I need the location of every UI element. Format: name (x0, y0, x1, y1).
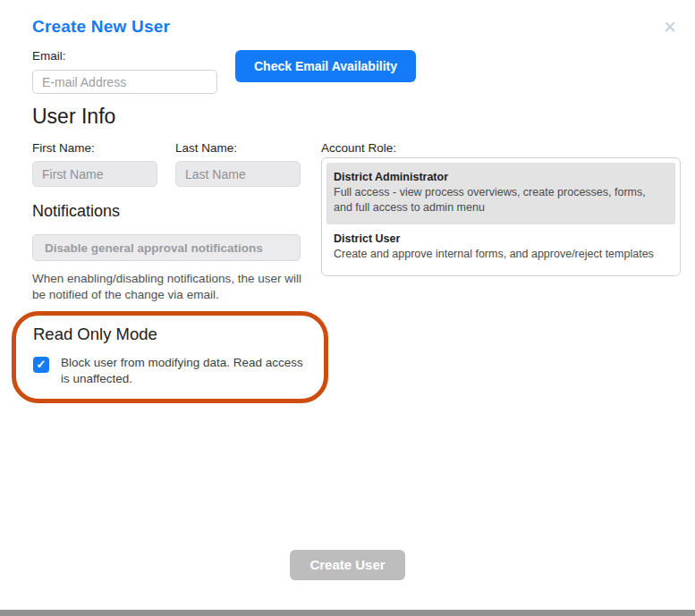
close-icon[interactable]: ✕ (659, 17, 681, 38)
first-name-label: First Name: (32, 141, 157, 155)
read-only-checkbox-label: Block user from modifying data. Read acc… (61, 355, 308, 387)
user-info-body: First Name: Last Name: Notifications Dis… (32, 141, 695, 403)
role-name: District Administrator (334, 171, 666, 183)
account-role-label: Account Role: (321, 141, 695, 155)
role-description: Create and approve internal forms, and a… (334, 247, 666, 262)
email-section: Email: Check Email Availability (32, 49, 695, 94)
user-info-heading: User Info (32, 105, 695, 129)
role-name: District User (334, 232, 666, 245)
disable-notifications-button[interactable]: Disable general approval notifications (32, 234, 301, 261)
dialog-header: Create New User ✕ (0, 0, 695, 38)
email-label: Email: (32, 49, 235, 63)
account-role-listbox: District Administrator Full access - vie… (321, 157, 681, 276)
email-input[interactable] (32, 70, 217, 94)
read-only-checkbox[interactable]: ✓ (33, 357, 49, 373)
check-email-availability-button[interactable]: Check Email Availability (235, 50, 416, 82)
check-icon: ✓ (37, 358, 47, 371)
bottom-scrollbar[interactable] (0, 610, 695, 616)
create-user-button[interactable]: Create User (290, 550, 404, 580)
role-description: Full access - view process overviews, cr… (334, 185, 666, 215)
last-name-input[interactable] (175, 161, 301, 187)
read-only-checkbox-row: ✓ Block user from modifying data. Read a… (33, 355, 308, 387)
role-option-district-administrator[interactable]: District Administrator Full access - vie… (326, 163, 675, 224)
name-fields-row: First Name: Last Name: (32, 141, 301, 187)
notifications-heading: Notifications (32, 202, 301, 221)
role-option-district-user[interactable]: District User Create and approve interna… (326, 224, 675, 271)
read-only-mode-heading: Read Only Mode (33, 325, 308, 343)
last-name-label: Last Name: (175, 141, 301, 155)
dialog-footer: Create User (0, 550, 695, 580)
first-name-input[interactable] (32, 161, 157, 187)
left-column: First Name: Last Name: Notifications Dis… (32, 141, 301, 403)
dialog-title: Create New User (32, 17, 170, 37)
account-role-column: Account Role: District Administrator Ful… (321, 141, 695, 276)
notifications-help-text: When enabling/disabling notifications, t… (32, 271, 317, 303)
read-only-mode-annotation: Read Only Mode ✓ Block user from modifyi… (12, 311, 328, 403)
